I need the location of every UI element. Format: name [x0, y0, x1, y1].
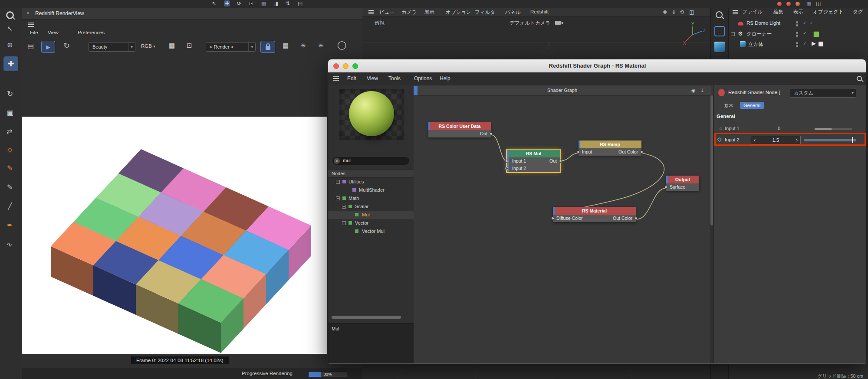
out-port[interactable]: [559, 160, 562, 163]
close-icon[interactable]: ×: [26, 10, 30, 16]
enabled-check-icon[interactable]: ✓: [803, 31, 806, 36]
shader-menu-tools[interactable]: Tools: [388, 75, 401, 82]
brush-tool-icon[interactable]: ✎: [7, 183, 13, 191]
om-menu-objects[interactable]: オブジェクト: [813, 9, 844, 15]
refresh-icon[interactable]: ↻: [63, 41, 70, 50]
texture-tag-icon[interactable]: [819, 42, 823, 46]
visible-check-icon[interactable]: ✓: [810, 20, 813, 25]
tree-item-utilities[interactable]: − Utilities: [328, 178, 414, 186]
out-port[interactable]: [490, 132, 493, 135]
tree-item-math[interactable]: − Math: [328, 194, 414, 203]
toolbar-icon-swap[interactable]: ⇅: [286, 0, 290, 7]
undo-view-icon[interactable]: ⟲: [680, 9, 684, 15]
shader-menu-view[interactable]: View: [367, 75, 378, 82]
beauty-dropdown[interactable]: Beauty ▾: [89, 42, 135, 52]
canvas-vscroll-thumb[interactable]: [710, 95, 713, 225]
enabled-check-icon[interactable]: ✓: [803, 20, 806, 25]
shader-menu-icon[interactable]: [333, 76, 339, 77]
camera-label[interactable]: デフォルトカメラ: [510, 20, 561, 26]
magnifier-icon[interactable]: [716, 11, 723, 18]
enabled-check-icon[interactable]: ✓: [803, 41, 806, 46]
viewport-menu-options[interactable]: オプション: [446, 9, 471, 16]
object-row-cloner[interactable]: − ⚙ クローナー ✓: [728, 29, 868, 39]
node-search-field[interactable]: × mul: [332, 157, 409, 165]
scale-tool-icon[interactable]: ▣: [7, 108, 13, 117]
om-menu-display[interactable]: 表示: [793, 9, 803, 15]
tree-item-multishader[interactable]: MultiShader: [328, 186, 414, 194]
play-button[interactable]: ▶: [41, 41, 55, 53]
cube-tool-icon[interactable]: [714, 42, 725, 52]
layer-dots-icon[interactable]: [796, 32, 798, 34]
toolbar-icon-rotate[interactable]: ⟳: [237, 0, 241, 7]
node-rs-material[interactable]: RS Material Diffuse Color Out Color: [553, 207, 636, 222]
region-circle-icon[interactable]: ◯: [337, 40, 346, 50]
knife-tool-icon[interactable]: ╱: [8, 202, 12, 210]
om-menu-file[interactable]: ファイル: [742, 9, 763, 15]
layout-icon[interactable]: ◫: [689, 9, 694, 15]
expander-icon[interactable]: −: [336, 180, 340, 184]
expander-icon[interactable]: −: [342, 221, 346, 225]
select-tool-icon[interactable]: ↖: [7, 24, 13, 33]
input1-port[interactable]: [505, 160, 508, 163]
toolbar-icon-extra1[interactable]: ▦: [806, 0, 811, 7]
tab-basic[interactable]: 基本: [724, 103, 733, 109]
shader-menu-help[interactable]: Help: [440, 75, 450, 82]
viewport-menu-redshift[interactable]: Redshift: [530, 9, 549, 14]
ink-tool-icon[interactable]: ✒: [7, 221, 13, 229]
tab-general[interactable]: General: [740, 102, 764, 109]
move-tool-button[interactable]: ✚: [3, 56, 18, 71]
snapshot-icon[interactable]: ▤: [27, 42, 34, 50]
viewport-menu-camera[interactable]: カメラ: [401, 9, 417, 16]
node-rs-mul[interactable]: RS Mul Input 1 Out Input 2: [507, 150, 560, 172]
tree-item-scalar[interactable]: − Scalar: [328, 203, 414, 211]
shape-tool-icon[interactable]: [714, 26, 725, 36]
graph-canvas[interactable]: Shader Graph ◉ ⇓ RS Color User Data: [414, 85, 713, 364]
viewport-menu-display[interactable]: 表示: [424, 9, 434, 16]
pin-icon[interactable]: ⇓: [700, 88, 704, 93]
snow-icon[interactable]: ✳: [318, 42, 324, 49]
expander-icon[interactable]: −: [342, 205, 346, 209]
outcolor-port[interactable]: [635, 217, 638, 220]
menu-item-file[interactable]: File: [30, 30, 38, 35]
render-settings-icon[interactable]: [786, 2, 791, 6]
render-button-icon[interactable]: [777, 2, 782, 6]
om-menu-tags[interactable]: タグ: [853, 9, 863, 15]
crop-icon[interactable]: ⊡: [187, 42, 192, 49]
view-mode-label[interactable]: 透視: [375, 20, 385, 26]
rotate-tool-icon[interactable]: ↻: [7, 89, 13, 98]
axis-tool-icon[interactable]: ⊕: [7, 41, 13, 49]
menu-item-preferences[interactable]: Preferences: [78, 30, 105, 35]
search-tool-icon[interactable]: [6, 11, 14, 19]
viewport-menu-view[interactable]: ビュー: [379, 9, 395, 16]
input1-value[interactable]: 0: [766, 126, 792, 131]
input-port[interactable]: [577, 150, 580, 154]
denoise-icon[interactable]: ✳: [300, 42, 306, 49]
flag-tag-icon[interactable]: [812, 42, 816, 46]
frame-all-icon[interactable]: ⇓: [671, 9, 676, 15]
node-output[interactable]: Output Surface: [666, 176, 699, 191]
renderview-titlebar[interactable]: × Redshift RenderView: [22, 8, 362, 20]
surface-port[interactable]: [664, 186, 667, 189]
lut-icon[interactable]: ▦: [169, 42, 175, 49]
spline-tool-icon[interactable]: ∿: [7, 240, 12, 248]
grid-toggle-icon[interactable]: ▦: [283, 42, 289, 49]
viewport-menu-panel[interactable]: パネル: [505, 9, 520, 16]
outcolor-port[interactable]: [640, 150, 643, 154]
expander-icon[interactable]: −: [336, 196, 340, 200]
render-team-icon[interactable]: [796, 2, 800, 6]
pen-tool-icon[interactable]: ✎: [7, 164, 13, 172]
material-swatch[interactable]: [813, 31, 819, 37]
clear-search-icon[interactable]: ×: [334, 158, 340, 164]
object-row-dome-light[interactable]: RS Dome Light ✓ ✓: [728, 19, 868, 29]
input1-key-dot[interactable]: [720, 127, 722, 130]
object-manager-menu-icon[interactable]: [733, 10, 738, 11]
attribute-search-icon[interactable]: [857, 76, 862, 81]
node-rs-color-user-data[interactable]: RS Color User Data Out: [428, 122, 491, 137]
node-rs-ramp[interactable]: RS Ramp Input Out Color: [579, 140, 641, 156]
tree-item-vector-mul[interactable]: Vector Mul: [328, 227, 414, 235]
toolbar-icon-move[interactable]: ✚: [224, 0, 230, 7]
palette-hscrollbar[interactable]: [332, 316, 401, 319]
om-menu-edit[interactable]: 編集: [773, 9, 783, 15]
pan-icon[interactable]: ✚: [663, 9, 667, 15]
render-select-dropdown[interactable]: < Render > ▾: [206, 42, 256, 52]
